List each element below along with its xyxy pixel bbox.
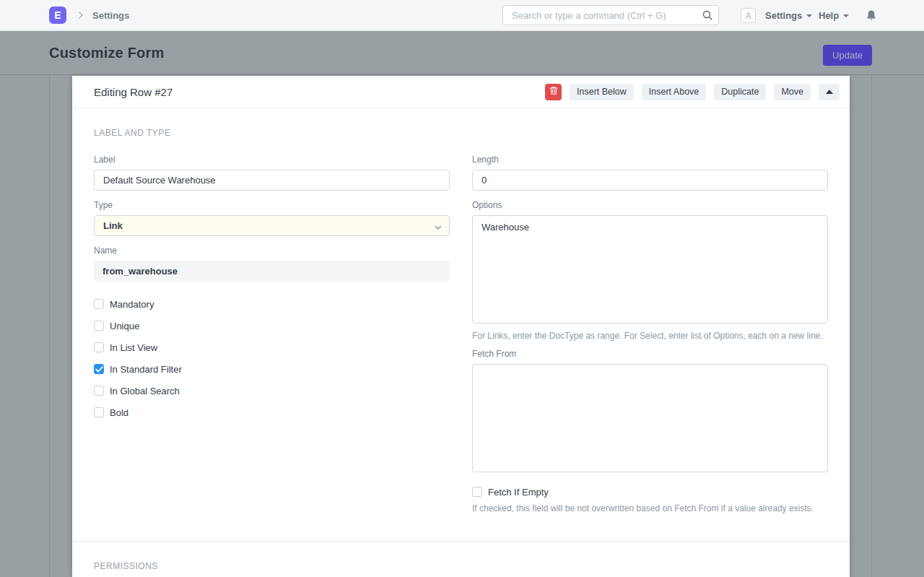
checkbox-label: Fetch If Empty [488, 487, 549, 498]
checkbox-box[interactable] [94, 321, 104, 331]
checkbox-label: In Global Search [110, 386, 180, 396]
label-input[interactable] [94, 170, 450, 191]
fetch-if-empty-help-text: If checked, this field will be not overw… [472, 503, 828, 515]
field-label-caption: Label [94, 155, 450, 165]
breadcrumb-chevron-icon [77, 11, 85, 19]
checkbox-bold[interactable]: Bold [94, 402, 450, 423]
search-icon[interactable] [702, 9, 713, 24]
field-type: Type [94, 200, 450, 236]
settings-menu-label: Settings [765, 10, 802, 21]
field-label: Label [94, 155, 450, 191]
section-heading-permissions: PERMISSIONS [94, 561, 828, 571]
checkbox-label: In List View [110, 342, 157, 353]
page-title: Customize Form [49, 45, 164, 61]
app-logo[interactable]: E [49, 6, 66, 24]
page-container-left-edge [49, 75, 50, 577]
chevron-down-icon [806, 14, 812, 17]
type-select[interactable] [94, 215, 450, 236]
checkbox-box[interactable] [94, 364, 104, 374]
field-length: Length [472, 155, 828, 191]
editor-header: Editing Row #27 Insert Below Insert Abov… [72, 76, 850, 108]
page-header: Customize Form Update [0, 31, 924, 75]
search-input[interactable] [502, 5, 719, 25]
checkbox-in-list-view[interactable]: In List View [94, 337, 450, 358]
field-name-caption: Name [94, 246, 450, 256]
insert-below-button[interactable]: Insert Below [570, 84, 634, 100]
duplicate-button[interactable]: Duplicate [714, 84, 766, 100]
field-options-caption: Options [472, 200, 828, 210]
checkbox-fetch-if-empty[interactable]: Fetch If Empty [472, 481, 828, 503]
checkbox-box[interactable] [94, 299, 104, 309]
checkbox-box[interactable] [94, 342, 104, 352]
chevron-down-icon [843, 14, 849, 17]
options-help-text: For Links, enter the DocType as range. F… [472, 330, 828, 342]
checkbox-in-standard-filter[interactable]: In Standard Filter [94, 358, 450, 380]
grid-row-editor-dialog: Editing Row #27 Insert Below Insert Abov… [72, 76, 850, 577]
options-textarea[interactable]: Warehouse [472, 215, 828, 324]
checkbox-mandatory[interactable]: Mandatory [94, 293, 450, 315]
field-fetch-from: Fetch From [472, 349, 828, 475]
insert-above-button[interactable]: Insert Above [642, 84, 707, 100]
checkbox-box[interactable] [472, 487, 482, 497]
update-button[interactable]: Update [823, 45, 872, 66]
field-name: Name from_warehouse [94, 246, 450, 282]
checkbox-box[interactable] [94, 407, 104, 417]
field-fetch-from-caption: Fetch From [472, 349, 828, 359]
checkbox-box[interactable] [94, 386, 104, 396]
settings-menu[interactable]: Settings [765, 0, 812, 31]
chevron-up-icon [826, 90, 833, 94]
fetch-from-textarea[interactable] [472, 364, 828, 472]
user-avatar[interactable]: A [741, 8, 756, 23]
editor-body: LABEL AND TYPE Label Type [72, 108, 850, 536]
checkbox-group: Mandatory Unique In List View In Standar… [94, 293, 450, 423]
permissions-section: PERMISSIONS [72, 542, 850, 577]
checkbox-label: In Standard Filter [110, 364, 182, 375]
editor-right-column: Length Options Warehouse For Links, ente… [472, 155, 828, 521]
checkbox-label: Mandatory [110, 299, 154, 310]
field-length-caption: Length [472, 155, 828, 165]
move-button[interactable]: Move [774, 84, 811, 100]
help-menu-label: Help [819, 10, 839, 21]
collapse-row-button[interactable] [819, 84, 840, 100]
field-options: Options Warehouse For Links, enter the D… [472, 200, 828, 342]
checkbox-unique[interactable]: Unique [94, 315, 450, 337]
help-menu[interactable]: Help [819, 0, 849, 31]
checkbox-label: Bold [110, 407, 128, 418]
navbar: E Settings A Settings Help [0, 0, 924, 31]
delete-row-button[interactable] [545, 84, 562, 100]
editor-left-column: Label Type Name from_warehouse [94, 155, 450, 521]
breadcrumb[interactable]: Settings [92, 10, 129, 21]
page-container-right-edge [871, 75, 872, 577]
notifications-bell-icon[interactable] [866, 9, 877, 25]
editor-title: Editing Row #27 [94, 86, 545, 98]
editor-actions: Insert Below Insert Above Duplicate Move [545, 84, 840, 100]
trash-icon [549, 86, 558, 97]
name-readonly-value: from_warehouse [94, 261, 450, 282]
global-search [502, 5, 719, 25]
checkbox-label: Unique [110, 321, 139, 331]
checkbox-in-global-search[interactable]: In Global Search [94, 380, 450, 402]
section-heading-label-and-type: LABEL AND TYPE [94, 128, 828, 138]
length-input[interactable] [472, 170, 828, 191]
field-type-caption: Type [94, 200, 450, 210]
